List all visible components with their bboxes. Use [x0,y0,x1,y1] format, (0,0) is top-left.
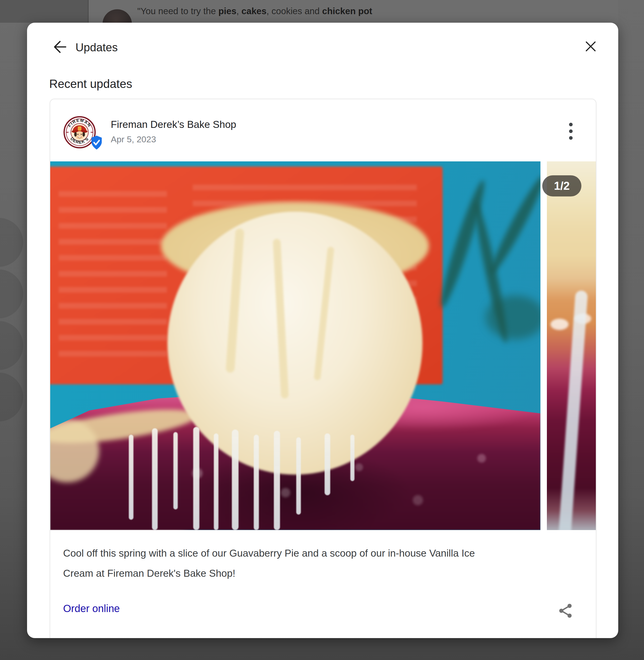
backdrop-avatar-circle [0,373,23,421]
photo-drip [274,431,280,530]
quote-segment-bold: chicken pot [322,6,372,16]
order-online-link[interactable]: Order online [63,603,120,614]
photo-plant-shadow [486,295,540,339]
photo-counter-badge: 1/2 [542,175,581,196]
close-icon [584,40,597,54]
share-button[interactable] [556,602,575,620]
post-photo-2-preview[interactable] [547,161,596,530]
photo-drip [214,433,218,530]
quote-segment-bold: cakes [242,6,266,16]
more-options-button[interactable] [562,122,579,141]
update-card: FIREMAN DEREK'S [50,99,596,638]
quote-segment-bold: pies [218,6,236,16]
photo-drip [152,428,158,530]
photo-plant-shadow [486,173,540,277]
backdrop-review-quote: "You need to try the pies, cakes, cookie… [137,3,372,20]
business-name: Fireman Derek’s Bake Shop [111,119,236,130]
modal-title: Updates [75,39,118,56]
photo-drip [129,435,134,520]
post-caption-line: Cream at Fireman Derek's Bake Shop! [63,563,577,584]
share-icon [558,603,573,619]
backdrop-avatar-circle [0,218,23,267]
backdrop-divider [88,0,89,23]
back-button[interactable] [51,39,68,56]
photo-drip [325,433,330,495]
quote-segment: , cookies and [267,6,322,16]
more-vert-icon [569,123,573,140]
photo-drip [174,432,178,509]
post-caption-line: Cool off this spring with a slice of our… [63,543,577,563]
photo-drip [296,437,301,514]
close-button[interactable] [581,38,600,56]
photo-drip [193,427,199,530]
backdrop-avatar-circle [0,269,23,318]
back-arrow-icon [52,40,67,56]
backdrop-avatar-circle [0,321,23,370]
section-title: Recent updates [49,77,132,91]
post-date: Apr 5, 2023 [111,134,156,145]
post-caption: Cool off this spring with a slice of our… [63,543,577,584]
photo-drip [232,430,238,530]
photo-drip [254,435,259,530]
post-media-carousel [50,161,596,530]
verified-shield-check-icon [90,135,103,150]
post-photo-1[interactable] [50,161,540,530]
backdrop-left-rail [0,0,88,23]
quote-segment: "You need to try the [137,6,218,16]
updates-modal: Updates Recent updates FIREMAN DEREK'S [27,23,618,638]
quote-segment: , [236,6,242,16]
screen: { "backdrop": { "quote_segments": [ { "t… [0,0,644,660]
photo-ice-cream-scoop [167,212,422,475]
photo-drip [350,435,354,481]
